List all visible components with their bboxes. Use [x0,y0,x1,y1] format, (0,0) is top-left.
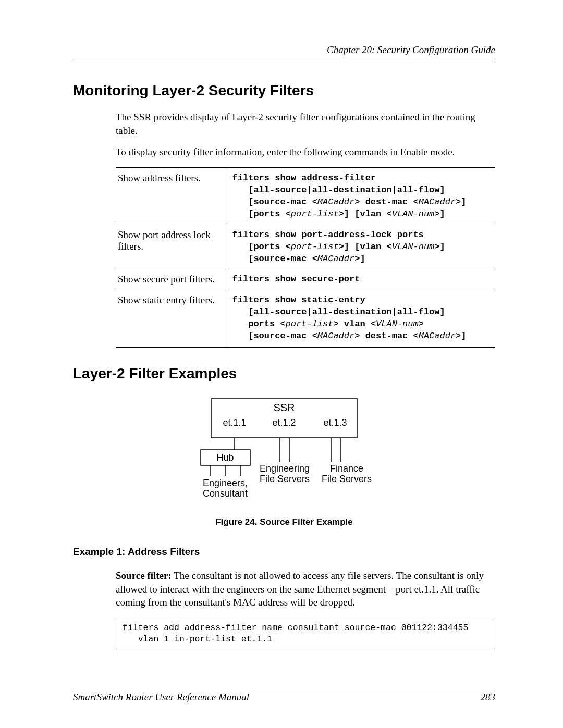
page-number: 283 [481,692,496,703]
cmd-syntax: filters show secure-port [226,269,495,290]
cmd-desc: Show address filters. [116,168,226,225]
source-filter-text: The consultant is not allowed to access … [116,570,484,608]
table-row: Show secure port filters. filters show s… [116,269,495,290]
section-title-examples: Layer-2 Filter Examples [73,365,495,382]
eng-servers-1: Engineering [260,463,310,474]
footer: SmartSwitch Router User Reference Manual… [73,688,495,703]
port-label: et.1.1 [223,417,246,428]
source-filter-lead: Source filter: [116,570,172,581]
example1-title: Example 1: Address Filters [73,546,495,558]
cmd-syntax: filters show port-address-lock ports [po… [226,225,495,269]
hub-label: Hub [216,452,234,463]
port-label: et.1.3 [323,417,347,428]
eng-cons-label-1: Engineers, [203,478,248,488]
table-row: Show static entry filters. filters show … [116,290,495,347]
source-filter-diagram: SSR et.1.1 et.1.2 et.1.3 Hub Engineers, … [180,393,388,511]
table-row: Show port address lock filters. filters … [116,225,495,269]
ssr-label: SSR [273,402,295,413]
fin-servers-2: File Servers [322,474,372,484]
section-title-monitoring: Monitoring Layer-2 Security Filters [73,82,495,99]
fin-servers-1: Finance [330,463,363,474]
eng-cons-label-2: Consultant [203,488,248,499]
port-label: et.1.2 [272,417,296,428]
top-rule [73,59,495,59]
figure-caption: Figure 24. Source Filter Example [73,517,495,527]
manual-title: SmartSwitch Router User Reference Manual [73,692,249,703]
eng-servers-2: File Servers [260,474,310,484]
cmd-syntax: filters show static-entry [all-source|al… [226,290,495,347]
para: To display security filter information, … [116,145,495,159]
table-row: Show address filters. filters show addre… [116,168,495,225]
cmd-desc: Show secure port filters. [116,269,226,290]
section1-body: The SSR provides display of Layer-2 secu… [116,110,495,348]
page: Chapter 20: Security Configuration Guide… [0,0,563,728]
command-table: Show address filters. filters show addre… [116,167,495,348]
para: The SSR provides display of Layer-2 secu… [116,110,495,137]
code-box: filters add address-filter name consulta… [116,618,495,649]
cmd-desc: Show static entry filters. [116,290,226,347]
cmd-syntax: filters show address-filter [all-source|… [226,168,495,225]
bottom-rule [73,688,495,688]
diagram: SSR et.1.1 et.1.2 et.1.3 Hub Engineers, … [180,393,388,511]
example1-para: Source filter: The consultant is not all… [116,569,495,609]
chapter-header: Chapter 20: Security Configuration Guide [73,44,495,56]
cmd-desc: Show port address lock filters. [116,225,226,269]
example1-body: Source filter: The consultant is not all… [116,569,495,649]
